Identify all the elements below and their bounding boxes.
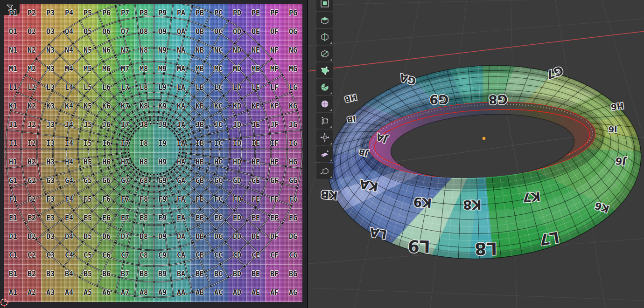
uv-cell: F6 bbox=[97, 190, 116, 209]
bevel-tool-button[interactable] bbox=[316, 12, 333, 28]
uv-cell: AE bbox=[246, 283, 265, 302]
uv-cell: LG bbox=[284, 78, 302, 97]
uv-cell: AA bbox=[172, 283, 190, 302]
uv-cell: G9 bbox=[153, 171, 172, 190]
uv-cell: O5 bbox=[78, 22, 97, 41]
uv-cell: E2 bbox=[22, 209, 41, 227]
loop-cut-icon bbox=[320, 32, 330, 42]
knife-icon bbox=[320, 48, 330, 59]
uv-cell: FD bbox=[228, 190, 246, 209]
uv-cell: L5 bbox=[78, 78, 97, 97]
uv-cell: A6 bbox=[97, 283, 116, 302]
object-origin-dot[interactable] bbox=[482, 137, 485, 140]
uv-cell: B4 bbox=[60, 265, 78, 283]
uv-cell: DF bbox=[265, 227, 284, 246]
uv-cell: IA bbox=[172, 134, 190, 153]
uv-cell: BA bbox=[172, 265, 190, 283]
uv-cell: GE bbox=[246, 171, 265, 190]
uv-cell: H8 bbox=[134, 153, 153, 171]
uv-cell: OG bbox=[284, 22, 302, 41]
uv-cell: O1 bbox=[4, 22, 22, 41]
uv-cell: GB bbox=[190, 171, 209, 190]
uv-cell: KE bbox=[246, 97, 265, 116]
3d-viewport-panel[interactable]: GAG9G8G7H6I6J6K6HBIBJAJBKBKAK9K8K7LAL9L8… bbox=[308, 0, 644, 308]
uv-cell: NB bbox=[190, 41, 209, 60]
uv-cell: IB bbox=[190, 134, 209, 153]
uv-cell: BD bbox=[228, 265, 246, 283]
spin-tool-button[interactable] bbox=[316, 79, 333, 95]
uv-cell: F4 bbox=[60, 190, 78, 209]
uv-cell: D7 bbox=[116, 227, 134, 246]
uv-cell: GG bbox=[284, 171, 302, 190]
uv-cell: A5 bbox=[78, 283, 97, 302]
uv-cell: F3 bbox=[41, 190, 60, 209]
uv-cell: MB bbox=[190, 60, 209, 78]
uv-cell: G7 bbox=[116, 171, 134, 190]
uv-cell: J8 bbox=[134, 116, 153, 134]
uv-cell: E7 bbox=[116, 209, 134, 227]
smooth-tool-button[interactable] bbox=[316, 96, 333, 112]
uv-cell: LB bbox=[190, 78, 209, 97]
shear-tool-button[interactable] bbox=[316, 146, 333, 162]
inset-faces-tool-button[interactable] bbox=[316, 0, 333, 11]
uv-cell: BG bbox=[284, 265, 302, 283]
uv-cell: N7 bbox=[116, 41, 134, 60]
uv-cell: G1 bbox=[4, 171, 22, 190]
uv-cell: AC bbox=[209, 283, 228, 302]
uv-cell: AF bbox=[265, 283, 284, 302]
uv-cell: I4 bbox=[60, 134, 78, 153]
uv-cell: JD bbox=[228, 116, 246, 134]
uv-cell: B3 bbox=[41, 265, 60, 283]
poly-build-tool-button[interactable] bbox=[316, 62, 333, 78]
uv-cell: HA bbox=[172, 153, 190, 171]
uv-cell: L2 bbox=[22, 78, 41, 97]
uv-cell: GC bbox=[209, 171, 228, 190]
loop-cut-tool-button[interactable] bbox=[316, 29, 333, 45]
edge-slide-tool-button[interactable] bbox=[316, 113, 333, 129]
uv-cell: D3 bbox=[41, 227, 60, 246]
uv-cell: B6 bbox=[97, 265, 116, 283]
edit-mode-toolbar bbox=[316, 0, 333, 179]
uv-cell: HF bbox=[265, 153, 284, 171]
uv-cell: CE bbox=[246, 246, 265, 265]
torus-texture-label: IB bbox=[346, 114, 357, 124]
uv-cell: O7 bbox=[116, 22, 134, 41]
uv-cell: L4 bbox=[60, 78, 78, 97]
uv-cell: M2 bbox=[22, 60, 41, 78]
uv-cell: B8 bbox=[134, 265, 153, 283]
uv-color-grid-image[interactable]: P1P2P3P4P5P6P7P8P9PAPBPCPDPEPFPGO1O2O3O4… bbox=[4, 4, 302, 302]
rip-region-tool-button[interactable] bbox=[316, 163, 333, 179]
blender-window: P1P2P3P4P5P6P7P8P9PAPBPCPDPEPFPGO1O2O3O4… bbox=[0, 0, 644, 308]
uv-cell: K8 bbox=[134, 97, 153, 116]
uv-cell: P8 bbox=[134, 4, 153, 22]
uv-cell: MA bbox=[172, 60, 190, 78]
knife-tool-button[interactable] bbox=[316, 46, 333, 62]
uv-cell: E6 bbox=[97, 209, 116, 227]
torus-texture-label: K8 bbox=[463, 198, 482, 212]
uv-cell: I5 bbox=[78, 134, 97, 153]
torus-texture-label: L9 bbox=[407, 237, 430, 256]
smooth-icon bbox=[320, 99, 330, 109]
uv-cell: F1 bbox=[4, 190, 22, 209]
uv-cell: K5 bbox=[78, 97, 97, 116]
uv-cell: KB bbox=[190, 97, 209, 116]
uv-cell: I9 bbox=[153, 134, 172, 153]
torus-texture-label: L8 bbox=[475, 239, 497, 259]
uv-cell: E3 bbox=[41, 209, 60, 227]
uv-cell: AB bbox=[190, 283, 209, 302]
uv-cell: K1 bbox=[4, 97, 22, 116]
torus-texture-label: K9 bbox=[413, 195, 432, 211]
uv-image-editor-panel[interactable]: P1P2P3P4P5P6P7P8P9PAPBPCPDPEPFPGO1O2O3O4… bbox=[0, 0, 307, 308]
uv-cell: JE bbox=[246, 116, 265, 134]
uv-cell: K6 bbox=[97, 97, 116, 116]
shear-icon bbox=[320, 149, 330, 159]
uv-cell: P3 bbox=[41, 4, 60, 22]
uv-cell: B7 bbox=[116, 265, 134, 283]
uv-cell: MD bbox=[228, 60, 246, 78]
uv-cell: J6 bbox=[97, 116, 116, 134]
viewport-canvas[interactable]: GAG9G8G7H6I6J6K6HBIBJAJBKBKAK9K8K7LAL9L8… bbox=[308, 0, 644, 308]
uv-cell: GF bbox=[265, 171, 284, 190]
uv-cell: I1 bbox=[4, 134, 22, 153]
uv-cell: D8 bbox=[134, 227, 153, 246]
shrink-fatten-tool-button[interactable] bbox=[316, 130, 333, 145]
